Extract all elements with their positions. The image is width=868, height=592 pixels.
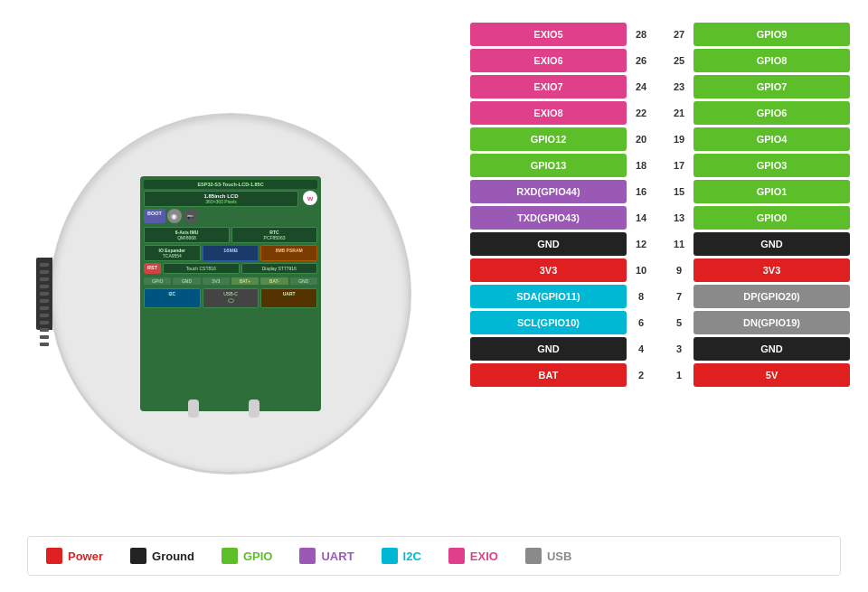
touch-label: Touch CST816 <box>163 263 240 274</box>
legend-item: I2C <box>382 548 421 564</box>
legend-item: Power <box>46 548 103 564</box>
pin-row: GPIO12 20 19 GPIO4 <box>470 127 850 151</box>
right-pin-number: 21 <box>666 101 692 125</box>
right-pin-label: GND <box>693 337 850 361</box>
circle-bump-left <box>188 399 199 418</box>
right-pin-number: 1 <box>666 363 692 387</box>
rtc-model: PCF85063 <box>235 235 314 240</box>
left-pin-label: EXIO5 <box>470 23 627 46</box>
left-pin-label: GPIO13 <box>470 154 627 177</box>
right-pin-number: 23 <box>666 75 692 99</box>
pin <box>40 328 49 332</box>
pin <box>40 306 49 310</box>
left-pin-number: 4 <box>628 337 654 361</box>
left-pin-label: TXD(GPIO43) <box>470 206 627 230</box>
left-pin-number: 18 <box>628 154 654 177</box>
left-pin-label: 3V3 <box>470 258 627 282</box>
pcb-title: ESP32-S3-Touch-LCD-1.85C <box>144 180 317 189</box>
right-pin-label: GPIO1 <box>693 180 850 203</box>
pin <box>40 343 49 346</box>
left-pin-number: 10 <box>628 258 654 282</box>
i2c-chip: I2C <box>144 288 201 308</box>
left-pin-number: 6 <box>628 311 654 334</box>
left-pin-label: BAT <box>470 363 627 387</box>
legend-item: EXIO <box>448 548 498 564</box>
legend-swatch <box>299 548 316 564</box>
legend-label: UART <box>321 550 354 563</box>
flash-label: 16MB <box>203 245 259 261</box>
left-pin-number: 26 <box>628 49 654 72</box>
left-pin-label: GND <box>470 232 627 256</box>
legend-item: UART <box>299 548 354 564</box>
pin <box>40 321 49 324</box>
psram-label: 8MB PSRAM <box>260 245 317 261</box>
rst-btn: RST <box>144 263 161 274</box>
legend-item: USB <box>525 548 571 564</box>
boot-btn: BOOT <box>144 209 165 223</box>
right-pin-label: 3V3 <box>693 258 850 282</box>
right-pin-label: GPIO3 <box>693 154 850 177</box>
left-pin-number: 2 <box>628 363 654 387</box>
pin-row: RXD(GPIO44) 16 15 GPIO1 <box>470 180 850 203</box>
left-pin-number: 8 <box>628 285 654 308</box>
pin <box>40 314 49 317</box>
pin <box>40 270 49 274</box>
right-pin-label: GPIO8 <box>693 49 850 72</box>
legend-swatch <box>448 548 465 564</box>
waveshare-logo: w <box>303 191 317 205</box>
left-pin-number: 16 <box>628 180 654 203</box>
io-exp-model: TCA9554 <box>147 253 197 258</box>
left-pin-number: 20 <box>628 127 654 151</box>
circle-bump-right <box>249 399 259 418</box>
right-pin-number: 3 <box>666 337 692 361</box>
gpio-label: GPIO <box>144 277 171 285</box>
right-pin-label: GPIO6 <box>693 101 850 125</box>
right-pin-number: 5 <box>666 311 692 334</box>
bat-r-label: BAT+ <box>231 277 259 285</box>
gnd2-label: GND <box>290 277 317 285</box>
right-pin-label: GPIO9 <box>693 23 850 46</box>
gnd-label: GND <box>173 277 200 285</box>
right-pin-number: 15 <box>666 180 692 203</box>
boot-icon: ◉ <box>167 209 182 223</box>
pin <box>40 277 49 281</box>
main-container: ESP32-S3-Touch-LCD-1.85C 1.85inch LCD 36… <box>0 0 868 592</box>
legend-swatch <box>130 548 146 564</box>
device-area: ESP32-S3-Touch-LCD-1.85C 1.85inch LCD 36… <box>27 18 434 569</box>
legend: Power Ground GPIO UART I2C EXIO USB <box>27 536 841 576</box>
lcd-res: 360×360 Pixels <box>147 199 295 204</box>
right-pin-number: 27 <box>666 23 692 46</box>
connector <box>36 258 52 330</box>
legend-swatch <box>46 548 62 564</box>
legend-label: GPIO <box>243 550 273 563</box>
legend-label: Power <box>68 550 103 563</box>
left-pin-number: 24 <box>628 75 654 99</box>
imu-model: QMI8668 <box>147 235 226 240</box>
right-pin-number: 7 <box>666 285 692 308</box>
pin-row: SDA(GPIO11) 8 7 DP(GPIO20) <box>470 285 850 308</box>
right-pin-number: 11 <box>666 232 692 256</box>
right-pin-number: 25 <box>666 49 692 72</box>
left-pin-label: RXD(GPIO44) <box>470 180 627 203</box>
right-pin-number: 19 <box>666 127 692 151</box>
pin-row: GND 4 3 GND <box>470 337 850 361</box>
right-pin-label: 5V <box>693 363 850 387</box>
pin <box>40 263 49 267</box>
right-pin-number: 9 <box>666 258 692 282</box>
pin-row: SCL(GPIO10) 6 5 DN(GPIO19) <box>470 311 850 334</box>
pin-row: 3V3 10 9 3V3 <box>470 258 850 282</box>
pin-row: GND 12 11 GND <box>470 232 850 256</box>
right-pin-label: GPIO4 <box>693 127 850 151</box>
left-pin-number: 12 <box>628 232 654 256</box>
left-pin-label: EXIO6 <box>470 49 627 72</box>
left-pin-number: 22 <box>628 101 654 125</box>
device-circle: ESP32-S3-Touch-LCD-1.85C 1.85inch LCD 36… <box>50 113 411 475</box>
right-pin-label: DP(GPIO20) <box>693 285 850 308</box>
left-pin-label: SCL(GPIO10) <box>470 311 627 334</box>
right-pin-number: 17 <box>666 154 692 177</box>
left-pin-label: EXIO7 <box>470 75 627 99</box>
uart-chip: UART <box>260 288 317 308</box>
3v3-label: 3V3 <box>203 277 230 285</box>
pin-row: BAT 2 1 5V <box>470 363 850 387</box>
pin-table: EXIO5 28 27 GPIO9 EXIO6 26 25 GPIO8 EXIO… <box>470 23 850 390</box>
